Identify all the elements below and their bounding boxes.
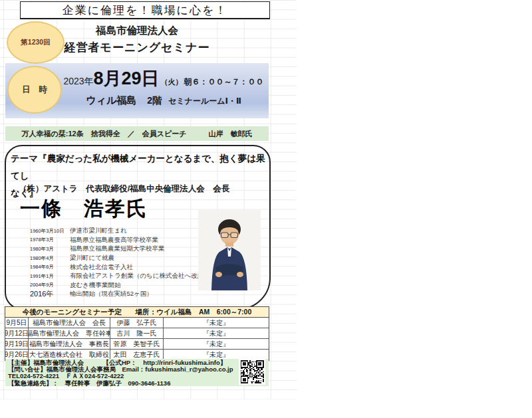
date-year: 2023年 xyxy=(63,76,93,86)
bio-row: 1978年3月福島県立福島農蚕高等学校卒業 xyxy=(30,236,210,245)
table-row: 9月19日 福島市倫理法人会 事務長 菅原 美智子氏 『未定』 xyxy=(5,339,269,350)
schedule-header: 今後のモーニングセミナー予定 場所：ウイル福島 AM 6:00～7:00 xyxy=(5,307,269,318)
flyer-page: 企業に倫理を！職場に心を！ 第1230回 福島市倫理法人会 経営者モーニングセミ… xyxy=(0,0,532,418)
speaker-photo xyxy=(198,210,261,290)
bio-row: 1980年4月梁川町にて就農 xyxy=(30,254,210,263)
schedule-speaker: 太田 左恵子氏 xyxy=(110,350,164,360)
bio-text: 皮むき機事業開始 xyxy=(70,281,120,290)
schedule-speaker: 伊藤 弘子氏 xyxy=(110,318,164,328)
bio-date: 1980年3月 xyxy=(30,246,70,253)
speaker-name: 一條 浩孝氏 xyxy=(20,195,148,223)
bio-row: 1980年3月福島県立福島農業短期大学校卒業 xyxy=(30,245,210,254)
bio-text: 福島県立福島農蚕高等学校卒業 xyxy=(70,236,158,245)
schedule-date: 9月19日 xyxy=(5,339,29,349)
schedule-role: 大七酒造株式会社 取締役 xyxy=(29,350,110,360)
venue-floor: 2階 xyxy=(147,95,162,106)
bio-row: 1960年3月10日伊達市梁川町生まれ xyxy=(30,227,210,236)
date-weekday: （火） xyxy=(161,78,183,86)
bio-date: 1980年4月 xyxy=(30,255,70,262)
bio-date: 1984年6月 xyxy=(30,264,70,270)
footer-emergency: 【緊急連絡先】： 専任幹事 伊藤弘子 090-3646-1136 xyxy=(8,380,269,387)
bio-date: 1991年1月 xyxy=(30,273,70,280)
venue-name: ウィル福島 xyxy=(86,94,136,106)
venue-line: ウィル福島2階セミナールームⅠ・Ⅱ xyxy=(60,94,267,107)
schedule-role: 福島市倫理法人会 会長 xyxy=(29,318,110,328)
schedule-topic: 『未定』 xyxy=(164,350,269,360)
upcoming-schedule-table: 今後のモーニングセミナー予定 場所：ウイル福島 AM 6:00～7:00 9月5… xyxy=(5,306,269,361)
theme-line-1: テーマ『農家だった私が機械メーカーとなるまで、抱く夢は果てし xyxy=(11,150,266,185)
schedule-topic: 『未定』 xyxy=(164,318,269,328)
session-badge: 第1230回 xyxy=(7,21,65,64)
schedule-speaker: 吉川 隆一氏 xyxy=(110,328,164,338)
schedule-speaker: 菅原 美智子氏 xyxy=(110,339,164,349)
bio-row: 1991年1月有限会社アストラ創業（のちに株式会社へ改組） xyxy=(30,272,210,281)
datetime-badge-label: 日 時 xyxy=(22,84,47,96)
venue-room: セミナールームⅠ・Ⅱ xyxy=(168,96,241,106)
bio-row: 1984年6月株式会社北信電子入社 xyxy=(30,262,210,272)
schedule-date: 9月26日 xyxy=(5,350,29,360)
member-speech-bar: 万人幸福の栞:12条 捨我得全 ／ 会員スピーチ 山岸 敏郎氏 xyxy=(5,126,269,141)
bio-text: 株式会社北信電子入社 xyxy=(70,263,133,272)
date-line: 2023年8月29日（火）朝６：００～７：００ xyxy=(60,66,267,90)
table-row: 9月12日 福島市倫理法人会 専任幹事 吉川 隆一氏 『未定』 xyxy=(5,328,269,339)
speaker-affiliation: （株）アストラ 代表取締役/福島中央倫理法人会 会長 xyxy=(19,183,265,195)
bio-date: 2016年 xyxy=(30,289,70,299)
bio-text: 輸出開始（現在実績52ヶ国） xyxy=(70,290,153,298)
session-badge-label: 第1230回 xyxy=(21,38,50,47)
date-time: 朝６：００～７：００ xyxy=(184,77,264,86)
schedule-topic: 『未定』 xyxy=(164,328,269,338)
bio-date: 1960年3月10日 xyxy=(30,228,70,235)
schedule-date: 9月5日 xyxy=(5,318,29,328)
bio-text: 福島県立福島農業短期大学校卒業 xyxy=(70,245,165,253)
bio-text: 有限会社アストラ創業（のちに株式会社へ改組） xyxy=(70,272,210,280)
qr-code-icon xyxy=(239,359,265,385)
bio-row: 2016年輸出開始（現在実績52ヶ国） xyxy=(30,290,210,299)
bio-date: 1978年3月 xyxy=(30,237,70,243)
footer-contact-block: 【主催】福島市倫理法人会 【公式HP： http://rinri-fukushi… xyxy=(5,359,269,386)
bio-row: 2004年9月皮むき機事業開始 xyxy=(30,281,210,290)
speaker-bio-list: 1960年3月10日伊達市梁川町生まれ 1978年3月福島県立福島農蚕高等学校卒… xyxy=(30,227,210,299)
bio-date: 2004年9月 xyxy=(30,282,70,288)
schedule-role: 福島市倫理法人会 事務長 xyxy=(29,339,110,349)
bio-text: 伊達市梁川町生まれ xyxy=(70,227,127,235)
table-row: 9月5日 福島市倫理法人会 会長 伊藤 弘子氏 『未定』 xyxy=(5,318,269,328)
schedule-role: 福島市倫理法人会 専任幹事 xyxy=(29,328,110,338)
banner-title: 企業に倫理を！職場に心を！ xyxy=(20,1,270,19)
schedule-date: 9月12日 xyxy=(5,328,29,338)
datetime-badge: 日 時 xyxy=(7,66,62,114)
bio-text: 梁川町にて就農 xyxy=(70,254,114,262)
date-day: 8月29日 xyxy=(94,68,160,88)
schedule-topic: 『未定』 xyxy=(164,339,269,349)
